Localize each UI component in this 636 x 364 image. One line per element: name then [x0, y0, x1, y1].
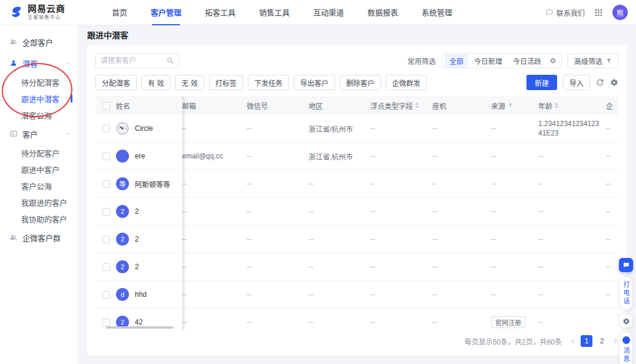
sort-icon[interactable] — [415, 102, 419, 108]
col-header-name[interactable]: 姓名 — [95, 101, 182, 111]
table-row[interactable]: 22---------------- — [95, 226, 618, 253]
user-avatar[interactable]: 熊 — [612, 5, 628, 20]
nav-item-2[interactable]: 客户管理 — [151, 0, 181, 25]
import-button[interactable]: 导入 — [563, 75, 590, 90]
sort-icon[interactable] — [555, 102, 558, 108]
row-checkbox[interactable] — [102, 236, 110, 243]
toolbar-button-5[interactable]: 下发任务 — [248, 75, 289, 90]
refresh-icon[interactable] — [596, 78, 604, 87]
cell-source: -- — [491, 180, 538, 188]
sidebar-item-4[interactable]: 跟进中潜客 — [0, 90, 78, 107]
row-checkbox[interactable] — [102, 291, 110, 299]
toolbar-button-8[interactable]: 企微群发 — [386, 75, 427, 90]
advanced-filter-label: 高级筛选 — [574, 56, 602, 66]
sidebar-item-8[interactable]: 跟进中客户 — [0, 161, 78, 177]
cell-wechat: -- — [247, 263, 309, 271]
col-header-region[interactable]: 地区 — [309, 101, 370, 111]
brand-logo: 网易云商 互客销售中心 — [9, 4, 87, 20]
toolbar-button-6[interactable]: 导出客户 — [294, 75, 335, 90]
table-row[interactable]: 242----------官网注册-- — [95, 309, 618, 330]
cell-name: 等阿斯顿等等 — [95, 177, 182, 190]
col-header-wechat[interactable]: 微信号 — [247, 101, 309, 111]
contact-us-button[interactable]: 联系我们 — [545, 8, 585, 18]
toolbar-button-3[interactable]: 无 效 — [175, 75, 204, 90]
table-row[interactable]: dhhd---------------- — [95, 281, 618, 309]
service-chat-widget-button[interactable] — [619, 258, 633, 272]
sidebar-item-12[interactable]: 企微客户群 — [0, 227, 78, 248]
table-row[interactable]: Circle----浙江省/杭州市------1.234123412341234… — [95, 115, 618, 143]
row-checkbox[interactable] — [102, 180, 110, 188]
row-checkbox[interactable] — [102, 263, 110, 271]
cell-region: 浙江省,杭州市 — [309, 151, 370, 161]
sidebar-item-6[interactable]: 客户 — [0, 123, 78, 144]
col-header-landline[interactable]: 座机 — [432, 101, 491, 111]
sidebar-item-2[interactable]: 潜客 — [0, 52, 78, 74]
table-row[interactable]: ereemail@qq.cc--浙江省,杭州市---------- — [95, 143, 618, 170]
col-header-enterprise[interactable]: 企 — [606, 101, 618, 111]
sidebar-item-10[interactable]: 我跟进的客户 — [0, 194, 78, 210]
cell-float-field: -- — [370, 318, 432, 326]
cell-age: 1.2341234123412341E23 — [538, 119, 606, 138]
create-button[interactable]: 新建 — [526, 75, 557, 90]
nav-item-6[interactable]: 数据报表 — [367, 0, 398, 25]
sidebar-item-5[interactable]: 潜客公海 — [0, 107, 78, 123]
sidebar-item-label: 潜客公海 — [21, 110, 52, 121]
page-1[interactable]: 1 — [581, 335, 592, 347]
nav-item-7[interactable]: 系统管理 — [422, 0, 452, 25]
empty-value: -- — [370, 207, 375, 216]
floating-widgets: 打电话 消息 — [619, 258, 633, 364]
empty-value: -- — [309, 263, 313, 271]
filter-settings-gear-icon[interactable] — [547, 57, 559, 64]
col-header-email[interactable]: 邮箱 — [182, 101, 247, 111]
advanced-filter-button[interactable]: 高级筛选 — [568, 53, 618, 68]
sidebar-item-9[interactable]: 客户公海 — [0, 177, 78, 194]
nav-item-4[interactable]: 销售工具 — [259, 0, 290, 25]
row-checkbox[interactable] — [102, 319, 110, 326]
row-checkbox[interactable] — [102, 208, 110, 216]
sidebar-item-1[interactable]: 全部客户 — [0, 31, 78, 52]
widget-settings-button[interactable] — [620, 315, 632, 327]
quick-filter-3[interactable]: 今日活跃 — [508, 54, 546, 68]
cell-region: 浙江省/杭州市 — [309, 124, 370, 134]
horizontal-scrollbar[interactable] — [106, 326, 173, 329]
empty-value: -- — [491, 124, 496, 133]
nav-item-5[interactable]: 互动渠道 — [313, 0, 344, 25]
col-header-source[interactable]: 来源 — [491, 101, 538, 111]
nav-item-1[interactable]: 首页 — [112, 0, 127, 25]
message-widget-button[interactable]: 消息 — [620, 332, 632, 364]
next-page-button[interactable] — [612, 338, 618, 344]
table-settings-gear-icon[interactable] — [610, 78, 618, 87]
toolbar-button-7[interactable]: 删除客户 — [340, 75, 381, 90]
col-header-age[interactable]: 年龄 — [538, 101, 606, 111]
toolbar-button-4[interactable]: 打标签 — [209, 75, 243, 90]
toolbar-button-1[interactable]: 分配潜客 — [95, 75, 137, 90]
nav-item-3[interactable]: 拓客工具 — [205, 0, 236, 25]
row-checkbox[interactable] — [102, 153, 110, 160]
column-label: 邮箱 — [182, 101, 196, 111]
quick-filter-2[interactable]: 今日新增 — [469, 54, 507, 68]
column-filter-icon[interactable] — [508, 102, 514, 108]
sidebar-item-3[interactable]: 待分配潜客 — [0, 74, 78, 90]
table-row[interactable]: 等阿斯顿等等---------------- — [95, 170, 618, 198]
call-widget-button[interactable]: 打电话 — [620, 277, 632, 310]
apps-grid-icon[interactable] — [594, 8, 603, 17]
prev-page-button[interactable] — [570, 338, 576, 344]
cell-landline: -- — [432, 235, 491, 243]
empty-value: -- — [606, 263, 611, 271]
empty-value: -- — [370, 180, 375, 188]
table-row[interactable]: 22---------------- — [95, 198, 618, 226]
column-label: 姓名 — [116, 101, 130, 111]
table-row[interactable]: 22---------------- — [95, 253, 618, 281]
sidebar-item-7[interactable]: 待分配客户 — [0, 144, 78, 161]
quick-filter-1[interactable]: 全部 — [445, 54, 468, 68]
header-checkbox[interactable] — [102, 102, 110, 110]
brand-logo-icon — [9, 5, 24, 19]
sidebar-item-11[interactable]: 我协助的客户 — [0, 210, 78, 227]
search-input[interactable] — [101, 57, 163, 65]
filters-row: 常用筛选 全部今日新增今日活跃 高级筛选 — [95, 52, 618, 69]
page-2[interactable]: 2 — [596, 335, 608, 347]
toolbar-button-2[interactable]: 有 效 — [141, 75, 170, 90]
col-header-float-field[interactable]: 浮点类型字段 — [370, 101, 432, 111]
row-checkbox[interactable] — [102, 125, 110, 133]
cell-wechat: -- — [247, 180, 309, 188]
